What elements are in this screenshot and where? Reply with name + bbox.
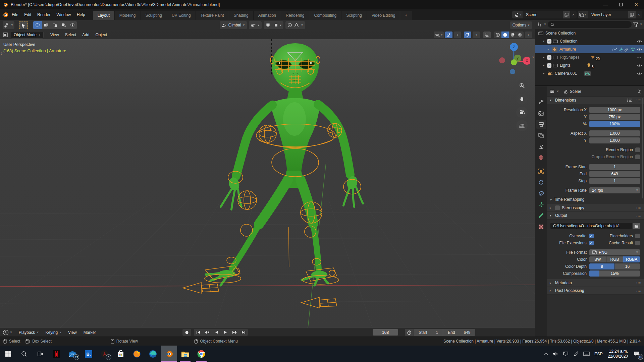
visibility-dropdown[interactable]: ∨ <box>434 32 444 38</box>
end-frame-field[interactable]: End649 <box>443 329 475 336</box>
frame-step-field[interactable]: 1 <box>589 178 640 184</box>
tab-modeling[interactable]: Modeling <box>115 11 141 20</box>
next-keyframe-button[interactable] <box>230 329 239 336</box>
file-browse-button[interactable] <box>633 223 640 229</box>
tab-scripting[interactable]: Scripting <box>341 11 367 20</box>
editor-type-icon[interactable] <box>3 32 9 38</box>
tab-output[interactable] <box>536 120 546 129</box>
depth-8-button[interactable]: 8 <box>589 263 614 269</box>
frame-start-field[interactable]: 1 <box>589 164 640 170</box>
taskbar-netflix[interactable] <box>48 346 64 362</box>
viewport-menu-add[interactable]: Add <box>79 31 92 39</box>
taskbar-game[interactable]: 8 <box>97 346 113 362</box>
tray-pen-icon[interactable] <box>571 346 581 362</box>
pose-icon[interactable] <box>631 47 635 52</box>
outliner-row-lights[interactable]: ▸ ✓ Lights 8 <box>535 61 644 69</box>
start-button[interactable] <box>0 346 16 362</box>
tab-compositing[interactable]: Compositing <box>309 11 341 20</box>
tab-view-layer[interactable] <box>536 131 546 140</box>
visible-eye-icon[interactable] <box>637 72 642 75</box>
stereoscopy-checkbox[interactable] <box>555 205 560 210</box>
options-dropdown[interactable]: Options ∨ <box>510 21 532 29</box>
tab-scene[interactable] <box>536 142 546 151</box>
menu-help[interactable]: Help <box>74 11 88 18</box>
select-mode-subtract-button[interactable] <box>51 21 59 29</box>
shading-rendered-button[interactable] <box>516 32 524 38</box>
tab-animation[interactable]: Animation <box>254 11 281 20</box>
properties-editor-icon[interactable] <box>550 89 555 94</box>
maximize-button[interactable] <box>613 0 629 9</box>
shading-solid-button[interactable] <box>501 32 509 38</box>
jump-to-end-button[interactable] <box>239 329 248 336</box>
pivot-point-dropdown[interactable]: ∨ <box>249 21 262 29</box>
resolution-y-field[interactable]: 750 px <box>589 114 640 120</box>
record-button[interactable] <box>182 329 191 336</box>
chevron-down-icon[interactable]: ∨ <box>10 331 12 334</box>
tab-constraints[interactable] <box>536 189 546 198</box>
compression-slider[interactable]: 15% <box>589 270 640 277</box>
time-remapping-subpanel[interactable]: ▸ Time Remapping <box>547 196 644 203</box>
search-input[interactable] <box>556 22 629 27</box>
sidebar-collapse-icon[interactable]: ‹ <box>532 54 534 60</box>
viewport-menu-view[interactable]: View <box>48 31 62 39</box>
tab-shading[interactable]: Shading <box>229 11 254 20</box>
file-format-dropdown[interactable]: PNG ∨ <box>589 249 640 255</box>
tab-texture-paint[interactable]: Texture Paint <box>196 11 229 20</box>
taskbar-blender[interactable] <box>161 346 177 362</box>
outliner-row-scene-collection[interactable]: Scene Collection <box>535 29 644 37</box>
jump-to-start-button[interactable] <box>194 329 203 336</box>
tray-network-icon[interactable] <box>560 346 571 362</box>
resolution-pct-slider[interactable]: 100% <box>589 121 640 127</box>
visible-eye-icon[interactable] <box>637 64 642 67</box>
viewport-menu-select[interactable]: Select <box>62 31 79 39</box>
taskbar-bing[interactable]: B. <box>80 346 97 362</box>
blender-menu-icon[interactable] <box>2 11 9 18</box>
taskbar-edge[interactable] <box>145 346 161 362</box>
timeline-menu-view[interactable]: View <box>65 329 79 336</box>
view-layer-delete-button[interactable]: × <box>636 12 642 17</box>
outliner-row-camera[interactable]: ▸ Camera.001 <box>535 69 644 77</box>
panel-header-dimensions[interactable]: ▾ Dimensions ∷∷ <box>547 97 644 104</box>
color-bw-button[interactable]: BW <box>589 256 606 262</box>
play-reverse-button[interactable] <box>212 329 221 336</box>
taskbar-clock[interactable]: 12:24 a.m. 22/08/2020 <box>605 349 631 359</box>
overlays-dropdown[interactable]: ∨ <box>473 32 480 38</box>
snap-target-icon[interactable] <box>274 23 278 27</box>
timeline-menu-playback[interactable]: Playback∨ <box>16 329 42 336</box>
tray-keyboard-icon[interactable] <box>581 346 592 362</box>
scene-name[interactable]: Scene <box>523 12 563 17</box>
use-preview-range-button[interactable] <box>405 330 414 335</box>
tab-render[interactable] <box>536 109 546 118</box>
color-rgb-button[interactable]: RGB <box>606 256 623 262</box>
xray-toggle[interactable] <box>483 32 491 38</box>
chevron-down-icon[interactable]: ∨ <box>280 24 282 26</box>
expand-icon[interactable]: ▸ <box>542 64 546 67</box>
pan-button[interactable] <box>516 93 528 105</box>
tab-sculpting[interactable]: Sculpting <box>141 11 167 20</box>
close-button[interactable]: × <box>629 0 644 9</box>
timeline-editor-icon[interactable] <box>3 329 9 336</box>
file-extensions-checkbox[interactable]: ✓ <box>589 241 594 245</box>
magnet-icon[interactable] <box>266 23 270 27</box>
timeline-menu-marker[interactable]: Marker <box>81 329 99 336</box>
grip-icon[interactable]: ∷∷ <box>636 99 641 102</box>
view-layer-browse-button[interactable]: ∨ <box>578 11 588 18</box>
shading-material-button[interactable] <box>509 32 516 38</box>
overlays-toggle[interactable] <box>464 32 471 38</box>
falloff-curve-icon[interactable] <box>294 23 299 27</box>
outliner-editor-icon[interactable] <box>537 22 542 27</box>
taskbar-firefox[interactable] <box>129 346 145 362</box>
breadcrumb-scene-label[interactable]: Scene <box>570 89 581 94</box>
menu-file[interactable]: File <box>9 11 21 18</box>
taskbar-chrome[interactable] <box>193 346 209 362</box>
taskbar-file-explorer[interactable] <box>177 346 193 362</box>
frame-rate-dropdown[interactable]: 24 fps∨ <box>589 187 640 193</box>
collapse-icon[interactable]: ▾ <box>542 40 546 43</box>
aspect-x-field[interactable]: 1.000 <box>589 130 640 136</box>
tray-expand-icon[interactable] <box>542 346 550 362</box>
action-center-button[interactable]: 16 <box>631 346 644 362</box>
overwrite-checkbox[interactable]: ✓ <box>589 234 594 238</box>
play-button[interactable] <box>221 329 230 336</box>
crop-region-checkbox[interactable] <box>635 155 640 159</box>
panel-header-metadata[interactable]: ▸ Metadata ∷∷ <box>547 279 644 287</box>
